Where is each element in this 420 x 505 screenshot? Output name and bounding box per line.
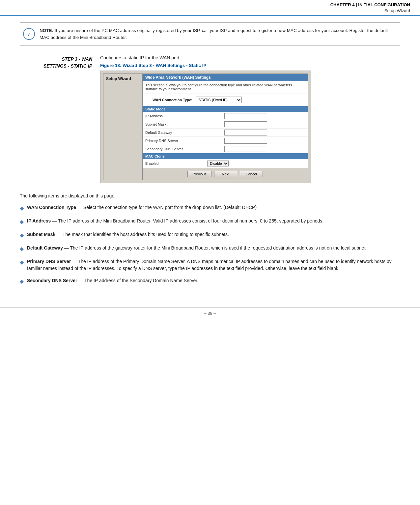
note-text: Note: If you are unsure of the PC MAC ad… [40,27,397,41]
step-intro: Configures a static IP for the WAN port. [100,55,400,60]
note-label: Note: [40,28,53,33]
field-input-secondary-dns-server[interactable] [224,146,267,152]
bullet-term: Primary DNS Server [27,259,71,264]
bullet-icon: ◆ [20,278,24,285]
field-label: Primary DNS Server [143,136,222,145]
static-mode-header: Static Mode [143,106,308,112]
list-item: ◆ IP Address — The IP address of the Min… [20,218,400,226]
form-row: Secondary DNS Server [143,145,308,153]
field-label: Subnet Mask [143,120,222,128]
chapter-label: Chapter 4 | Initial Configuration [330,2,410,8]
step-content-column: Configures a static IP for the WAN port.… [100,55,400,183]
form-row: Default Gateway [143,128,308,136]
mac-clone-header: MAC Clone [143,153,308,159]
step-label-column: Step 3 - WAN Settings - Static IP [20,55,92,183]
wan-connection-select[interactable]: STATIC (Fixed IP) [196,97,242,103]
field-input-cell [222,128,308,136]
wizard-sidebar: Setup Wizard [103,74,143,180]
field-input-default-gateway[interactable] [224,130,267,135]
form-row: Primary DNS Server [143,136,308,145]
bullet-term: IP Address [27,218,51,223]
bullet-icon: ◆ [20,245,24,253]
header-chapter-info: Chapter 4 | Initial Configuration Setup … [330,2,410,14]
field-label: IP Address [143,112,222,120]
bullet-icon: ◆ [20,231,24,239]
mac-clone-select[interactable]: Disable [207,161,229,166]
note-body: If you are unsure of the PC MAC address … [40,28,388,40]
bullet-text: Secondary DNS Server — The IP address of… [27,277,198,284]
list-item: ◆ WAN Connection Type — Select the conne… [20,204,400,212]
cancel-button[interactable]: Cancel [240,171,263,177]
step-label: Step 3 - WAN Settings - Static IP [20,56,92,70]
step-section: Step 3 - WAN Settings - Static IP Config… [20,55,400,183]
step-label-line1: Step 3 - WAN [20,56,92,63]
chapter-number: 4 [352,2,354,7]
bullet-desc: — Select the connection type for the WAN… [77,205,257,210]
page-number: – 38 – [204,311,216,316]
form-table: IP Address Subnet Mask Default Gateway P… [143,112,308,153]
previous-button[interactable]: Previous [187,171,211,177]
wan-desc: This section allows you to configure the… [143,81,308,94]
page-header: Chapter 4 | Initial Configuration Setup … [0,0,420,16]
bullet-icon: ◆ [20,218,24,226]
bullet-desc: — The IP address of the gateway router f… [64,245,367,251]
info-icon: i [23,28,35,40]
list-item: ◆ Default Gateway — The IP address of th… [20,245,400,253]
bullet-icon: ◆ [20,258,24,266]
field-label: Default Gateway [143,128,222,136]
list-item: ◆ Secondary DNS Server — The IP address … [20,277,400,285]
body-intro-text: The following items are displayed on thi… [20,193,400,199]
wizard-layout: Setup Wizard Wide Area Network (WAN) Set… [103,74,308,180]
wan-connection-label: WAN Connection Type: [153,98,192,102]
wizard-buttons: Previous Next Cancel [143,168,308,180]
field-input-cell [222,136,308,145]
field-input-cell [222,120,308,128]
form-row: Subnet Mask [143,120,308,128]
list-item: ◆ Primary DNS Server — The IP address of… [20,258,400,272]
bullet-icon: ◆ [20,204,24,212]
wizard-sidebar-label: Setup Wizard [106,76,140,81]
wizard-main-panel: Wide Area Network (WAN) Settings This se… [143,74,308,180]
bullet-term: Subnet Mask [27,232,55,237]
mac-clone-row: Enabled Disable [143,159,308,168]
field-input-cell [222,112,308,120]
mac-clone-label: Enabled [145,162,205,165]
bullet-list: ◆ WAN Connection Type — Select the conne… [20,204,400,285]
bullet-text: IP Address — The IP address of the Mini … [27,218,323,224]
page-content: i Note: If you are unsure of the PC MAC … [0,16,420,301]
bullet-term: Secondary DNS Server [27,278,77,283]
bullet-desc: — The IP address of the Primary Domain N… [27,259,392,271]
field-input-primary-dns-server[interactable] [224,138,267,144]
bullet-desc: — The IP address of the Secondary Domain… [78,278,198,283]
bullet-desc: — The mask that identifies the host addr… [57,232,229,237]
wan-connection-row: WAN Connection Type: STATIC (Fixed IP) [143,94,308,106]
list-item: ◆ Subnet Mask — The mask that identifies… [20,231,400,239]
bullet-term: WAN Connection Type [27,205,76,210]
wan-section-title: Wide Area Network (WAN) Settings [143,74,308,81]
screenshot-frame: Setup Wizard Wide Area Network (WAN) Set… [100,71,311,183]
figure-caption: Figure 18: Wizard Step 3 - WAN Settings … [100,63,400,68]
field-input-subnet-mask[interactable] [224,121,267,127]
bullet-term: Default Gateway [27,245,63,251]
bullet-text: WAN Connection Type — Select the connect… [27,204,257,211]
field-label: Secondary DNS Server [143,145,222,153]
bullet-text: Default Gateway — The IP address of the … [27,245,367,252]
form-row: IP Address [143,112,308,120]
bullet-text: Subnet Mask — The mask that identifies t… [27,231,229,238]
chapter-word: Chapter [330,2,351,7]
bullet-text: Primary DNS Server — The IP address of t… [27,258,400,272]
chapter-title: Initial Configuration [358,2,410,7]
field-input-cell [222,145,308,153]
next-button[interactable]: Next [214,171,237,177]
step-label-line2: Settings - Static IP [20,63,92,70]
chapter-subtitle: Setup Wizard [330,8,410,14]
field-input-ip-address[interactable] [224,113,267,119]
chapter-separator: | [356,2,357,7]
note-box: i Note: If you are unsure of the PC MAC … [20,22,400,46]
bullet-desc: — The IP address of the Mini Broadband R… [52,218,323,223]
page-footer: – 38 – [0,307,420,322]
